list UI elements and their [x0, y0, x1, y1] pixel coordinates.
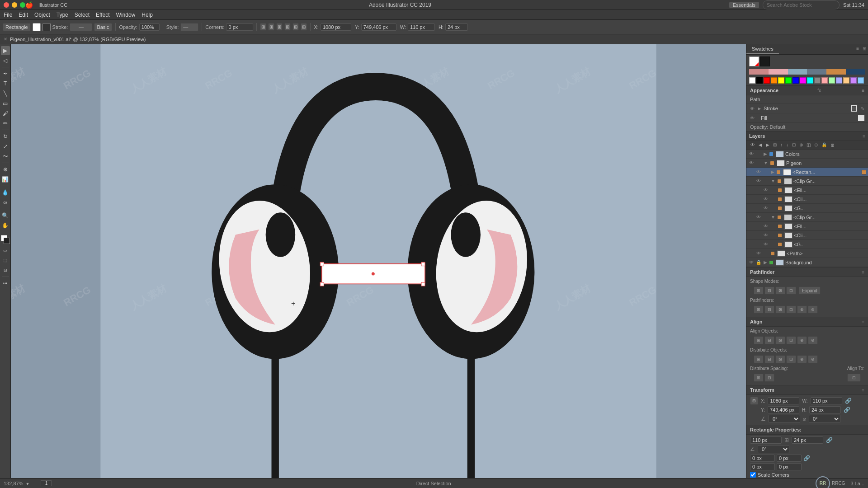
tab-close-btn[interactable]: ✕: [4, 37, 7, 42]
chain-icon[interactable]: 🔗: [845, 398, 852, 404]
g2-name[interactable]: <G...: [794, 242, 866, 247]
ell2-name[interactable]: <Ell...: [794, 224, 866, 229]
rotation-select-1[interactable]: 0°: [769, 415, 800, 423]
g1-eye[interactable]: 👁: [763, 206, 769, 211]
divide-btn[interactable]: ⊞: [754, 305, 764, 314]
distrib-bottom-btn[interactable]: ⊖: [808, 355, 818, 363]
align-vcenter-btn[interactable]: ⊕: [797, 336, 807, 344]
style-selector[interactable]: —: [180, 23, 198, 31]
layer-clip[interactable]: ◫: [805, 142, 812, 148]
fill-visibility-eye[interactable]: 👁: [750, 116, 755, 121]
swatch-1[interactable]: [756, 77, 763, 84]
stroke-style[interactable]: Basic: [94, 23, 112, 31]
swatch-4[interactable]: [778, 77, 784, 84]
pencil-tool[interactable]: ✏: [1, 119, 10, 128]
stroke-visibility-eye[interactable]: 👁: [750, 106, 755, 111]
pigeon-expand[interactable]: ▼: [764, 160, 768, 165]
swatch-11[interactable]: [829, 77, 835, 84]
rectan-name[interactable]: <Rectan...: [793, 169, 859, 175]
stroke-swatch[interactable]: [851, 105, 857, 112]
draw-mode-normal[interactable]: ▭: [1, 246, 10, 255]
layer-collect[interactable]: ⊞: [772, 142, 778, 148]
zoom-display[interactable]: 132,87% ▼: [4, 481, 29, 486]
align-vert-top[interactable]: ⊞: [284, 23, 291, 31]
distrib-right-btn[interactable]: ⊠: [775, 355, 785, 363]
minus-back-btn[interactable]: ⊖: [808, 305, 818, 314]
pigeon-eye[interactable]: 👁: [748, 160, 755, 165]
unite-btn[interactable]: ⊞: [754, 286, 764, 295]
cs4[interactable]: [807, 69, 826, 75]
tab-swatches[interactable]: Swatches: [746, 44, 779, 54]
menu-file[interactable]: File: [4, 12, 12, 18]
rectangle-tool[interactable]: ▭: [1, 99, 10, 108]
swatch-8[interactable]: [807, 77, 813, 84]
type-tool[interactable]: T: [1, 79, 10, 88]
ell1-eye[interactable]: 👁: [763, 188, 769, 192]
minus-front-btn[interactable]: ⊟: [764, 286, 774, 295]
clipgr2-expand[interactable]: ▼: [771, 215, 775, 220]
rotation-select-2[interactable]: 0°: [809, 415, 840, 423]
cli1-name[interactable]: <Cli...: [794, 197, 866, 202]
stock-search-input[interactable]: [763, 0, 840, 9]
layer-background[interactable]: 👁 🔒 ▶ Background: [746, 258, 868, 267]
distrib-hcenter-btn[interactable]: ⊟: [764, 355, 774, 363]
appearance-header[interactable]: Appearance fx ≡: [746, 86, 868, 95]
clipgr2-name[interactable]: <Clip Gr...: [793, 215, 866, 220]
layer-cli1[interactable]: 👁 <Cli...: [746, 195, 868, 204]
clipgr2-eye[interactable]: 👁: [755, 215, 762, 220]
pathfinder-header[interactable]: Pathfinder ≡: [746, 267, 868, 277]
menu-window[interactable]: Window: [116, 12, 136, 18]
menu-select[interactable]: Select: [75, 12, 90, 18]
distrib-top-btn[interactable]: ⊡: [786, 355, 796, 363]
menu-object[interactable]: Object: [34, 12, 50, 18]
app-fill-row[interactable]: 👁 Fill: [746, 113, 868, 123]
blend-tool[interactable]: ∞: [1, 198, 10, 207]
cli2-name[interactable]: <Cli...: [794, 233, 866, 238]
direct-selection-tool[interactable]: ◁: [1, 56, 10, 65]
more-tools[interactable]: •••: [1, 279, 10, 288]
ell2-eye[interactable]: 👁: [763, 224, 769, 229]
align-top-btn[interactable]: ⊡: [786, 336, 796, 344]
trim-btn[interactable]: ⊟: [764, 305, 774, 314]
transform-y-input[interactable]: [768, 406, 799, 413]
swatch-10[interactable]: [821, 77, 828, 84]
swatch-7[interactable]: [800, 77, 806, 84]
opacity-input[interactable]: [139, 23, 160, 31]
scale-corners-checkbox[interactable]: [750, 472, 756, 478]
corners-input[interactable]: [226, 23, 253, 31]
rect-r1[interactable]: [750, 455, 775, 462]
align-horiz-left[interactable]: ⊞: [260, 23, 266, 31]
swatch-6[interactable]: [793, 77, 799, 84]
maximize-button[interactable]: [20, 2, 25, 8]
transform-h-input[interactable]: [809, 406, 841, 413]
align-right-btn[interactable]: ⊠: [775, 336, 785, 344]
swatch-0[interactable]: [749, 77, 755, 84]
bg-lock[interactable]: 🔒: [756, 260, 762, 265]
layer-outline[interactable]: ⊙: [813, 142, 819, 148]
transform-header[interactable]: Transform ≡: [746, 385, 868, 395]
clipgr1-eye[interactable]: 👁: [755, 178, 762, 183]
menu-type[interactable]: Type: [57, 12, 68, 18]
fill-swatch[interactable]: [858, 115, 864, 121]
rect-r3[interactable]: [750, 463, 775, 470]
app-opacity-row[interactable]: Opacity: Default: [746, 123, 868, 131]
stroke-color[interactable]: [42, 23, 51, 31]
screen-mode[interactable]: ⊡: [1, 266, 10, 275]
layer-delete[interactable]: 🗑: [829, 142, 836, 148]
swatch-15[interactable]: [858, 77, 864, 84]
menu-edit[interactable]: Edit: [19, 12, 28, 18]
layer-g2[interactable]: 👁 <G...: [746, 240, 868, 249]
layer-ell2[interactable]: 👁 <Ell...: [746, 222, 868, 231]
menu-help[interactable]: Help: [142, 12, 153, 18]
layer-back[interactable]: ◀: [757, 142, 764, 148]
layer-rectan[interactable]: 👁 ▶ <Rectan...: [746, 168, 868, 177]
hand-tool[interactable]: ✋: [1, 221, 10, 230]
swatch-13[interactable]: [843, 77, 849, 84]
fill-stroke-indicator[interactable]: [1, 235, 10, 244]
artboard-input[interactable]: [41, 480, 52, 486]
swatch-14[interactable]: [850, 77, 857, 84]
layer-cli2[interactable]: 👁 <Cli...: [746, 231, 868, 240]
pen-tool[interactable]: ✒: [1, 69, 10, 78]
align-vert-bottom[interactable]: ⊞: [301, 23, 307, 31]
path-eye[interactable]: 👁: [755, 251, 762, 256]
